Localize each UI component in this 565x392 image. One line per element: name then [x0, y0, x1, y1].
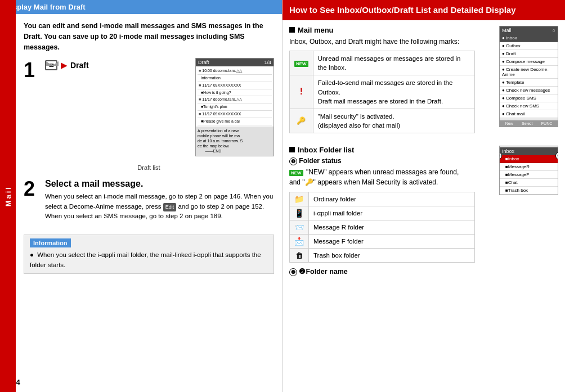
- info-box-header: Information: [30, 238, 71, 247]
- inbox-folder-section: Inbox Folder list ❶ Folder status NEW "N…: [289, 146, 558, 276]
- new-icon-cell: NEW: [290, 51, 313, 75]
- messageF-folder-label: Message F folder: [309, 234, 475, 248]
- step1-content: ✉ ▶ Draft Draft 1/4 ■10:00 docomo.taro.△…: [45, 60, 274, 156]
- inbox-folder-left: Inbox Folder list ❶ Folder status NEW "N…: [289, 146, 494, 276]
- intro-text: You can edit and send i-mode mail messag…: [24, 21, 274, 52]
- right-header-title: How to See Inbox/Outbox/Draft List and D…: [289, 5, 516, 15]
- inbox-row-2[interactable]: ■MessageR: [500, 163, 558, 171]
- marks-row-2: ! Failed-to-send mail messages are store…: [290, 75, 475, 109]
- edit-button[interactable]: Edit: [163, 203, 177, 212]
- draft-row-7: ■11/17 09XXXXXXXXX: [198, 111, 272, 118]
- trash-folder-icon: 🗑: [290, 248, 309, 262]
- phone-menu-item-4[interactable]: ● Compose message: [500, 58, 558, 66]
- folder-status-label: Folder status: [299, 157, 341, 165]
- draft-row-6: ■Tonight's plan: [198, 103, 272, 111]
- marks-desc-2: Failed-to-send mail messages are stored …: [313, 75, 474, 109]
- inbox-phone-header: Inbox: [500, 147, 558, 155]
- draft-screenshot-content: ■10:00 docomo.taro.△△ Information ■11/17…: [196, 66, 273, 126]
- left-panel: Display Mail from Draft You can edit and…: [0, 0, 282, 392]
- draft-screenshot-title: Draft: [198, 60, 209, 65]
- phone-menu-item-2[interactable]: ● Outbox: [500, 42, 558, 50]
- inbox-phone-screenshot: ❶ ❷ Inbox ■Inbox ■MessageR ■MessageF ■Ch…: [499, 146, 558, 195]
- draft-screenshot-counter: 1/4: [264, 60, 271, 65]
- phone-screenshot: Mail ○ ● Inbox ● Outbox ● Draft ● Compos…: [499, 26, 558, 127]
- phone-btn-func[interactable]: FUNC: [541, 121, 552, 125]
- draft-screenshot-header: Draft 1/4: [196, 58, 273, 66]
- ordinary-folder-label: Ordinary folder: [309, 192, 475, 206]
- inbox-folder-title-text: Inbox Folder list: [298, 146, 354, 154]
- phone-menu-item-9[interactable]: ● Check new SMS: [500, 102, 558, 110]
- step2-heading: Select a mail message.: [45, 179, 274, 189]
- folder-table: 📁 Ordinary folder 📱 i-αppli mail folder …: [289, 192, 475, 263]
- sidebar-label: Mail: [4, 186, 12, 206]
- folder-status-title: ❶ Folder status: [289, 157, 494, 165]
- mail-menu-title: Mail menu: [289, 26, 494, 34]
- exclaim-icon: !: [300, 87, 303, 96]
- inbox-row-1[interactable]: ■Inbox: [500, 155, 558, 163]
- marks-desc-1: Unread mail messages or messages are sto…: [313, 51, 474, 75]
- inbox-folder-title: Inbox Folder list: [289, 146, 494, 154]
- draft-caption: Draft list: [24, 164, 274, 171]
- phone-btn-new[interactable]: New: [505, 121, 513, 125]
- phone-btn-select[interactable]: Select: [522, 121, 532, 125]
- inbox-phone-title: Inbox: [502, 148, 514, 154]
- black-square-inbox: [289, 147, 295, 152]
- left-inner: You can edit and send i-mode mail messag…: [16, 14, 282, 392]
- mail-menu-left: Mail menu Inbox, Outbox, and Draft might…: [289, 26, 494, 141]
- new-badge: NEW: [294, 61, 308, 67]
- marks-row-1: NEW Unread mail messages or messages are…: [290, 51, 475, 75]
- marks-desc-3: "Mail security" is activated.(displayed …: [313, 109, 474, 133]
- info-box: Information ● When you select the i-αppl…: [24, 235, 274, 274]
- inbox-row-4[interactable]: ■Chat: [500, 179, 558, 187]
- phone-menu-item-1[interactable]: ● Inbox: [500, 34, 558, 42]
- step1-number: 1: [24, 60, 39, 80]
- messageR-folder-label: Message R folder: [309, 220, 475, 234]
- trash-folder-label: Trash box folder: [309, 248, 475, 262]
- sidebar: Mail: [0, 0, 16, 392]
- iappli-folder-icon: 📱: [290, 206, 309, 220]
- circle-anno-1: ❶: [289, 157, 297, 165]
- phone-menu-item-6[interactable]: ● Template: [500, 79, 558, 87]
- exclaim-icon-cell: !: [290, 75, 313, 109]
- phone-menu-item-8[interactable]: ● Compose SMS: [500, 94, 558, 102]
- new-badge-inline: NEW: [289, 170, 303, 176]
- step1-action: Draft: [70, 61, 89, 70]
- lock-icon-cell: 🔑: [290, 109, 313, 133]
- draft-row-3: ■11/17 09XXXXXXXXX: [198, 82, 272, 89]
- messageF-folder-icon: 📩: [290, 234, 309, 248]
- left-header: Display Mail from Draft: [0, 0, 282, 14]
- lock-icon: 🔑: [297, 116, 306, 125]
- folder-name-label: ❷ ❷Folder name: [289, 267, 494, 276]
- mail-menu-section: Mail menu Inbox, Outbox, and Draft might…: [289, 26, 558, 141]
- phone-menu-item-7[interactable]: ● Check new messages: [500, 87, 558, 94]
- folder-row-iappli: 📱 i-αppli mail folder: [290, 206, 475, 220]
- right-panel: How to See Inbox/Outbox/Draft List and D…: [282, 0, 565, 392]
- info-box-content: ● When you select the i-αppli mail folde…: [30, 250, 268, 270]
- right-header: How to See Inbox/Outbox/Draft List and D…: [282, 0, 565, 20]
- step1-row: 1 ✉ ▶ Draft Draft 1/4: [24, 60, 274, 156]
- mail-menu-right: Mail ○ ● Inbox ● Outbox ● Draft ● Compos…: [499, 26, 558, 141]
- inbox-row-5[interactable]: ■Trash box: [500, 187, 558, 195]
- step2-content: Select a mail message. When you select a…: [45, 179, 274, 227]
- info-bullet-text: When you select the i-αppli mail folder,…: [30, 251, 261, 268]
- step2-row: 2 Select a mail message. When you select…: [24, 179, 274, 227]
- step2-text: When you select an i-mode mail message, …: [45, 192, 274, 221]
- messageR-folder-icon: 📨: [290, 220, 309, 234]
- phone-title: Mail: [502, 28, 512, 33]
- draft-row-5: ■11/17 docomo.taro.△△: [198, 96, 272, 103]
- inbox-folder-right: ❶ ❷ Inbox ■Inbox ■MessageR ■MessageF ■Ch…: [499, 146, 558, 276]
- phone-menu-item-5[interactable]: ● Create new Decome-Anime: [500, 66, 558, 79]
- left-header-title: Display Mail from Draft: [6, 3, 86, 11]
- mail-icon: ✉: [45, 60, 57, 70]
- draft-row-1: ■10:00 docomo.taro.△△: [198, 67, 272, 75]
- phone-menu-item-3[interactable]: ● Draft: [500, 50, 558, 58]
- folder-name-text: ❷Folder name: [299, 268, 347, 276]
- phone-menu: ● Inbox ● Outbox ● Draft ● Compose messa…: [500, 34, 558, 118]
- draft-screenshot-body: A presentation of a new mobile phone wil…: [196, 127, 273, 157]
- mail-menu-title-text: Mail menu: [298, 26, 334, 34]
- inbox-row-3[interactable]: ■MessageF: [500, 171, 558, 179]
- circle-anno-2: ❷: [289, 268, 297, 276]
- draft-row-8: ■Please give me a cal: [198, 118, 272, 125]
- folder-row-trash: 🗑 Trash box folder: [290, 248, 475, 262]
- phone-menu-item-10[interactable]: ● Chat mail: [500, 110, 558, 118]
